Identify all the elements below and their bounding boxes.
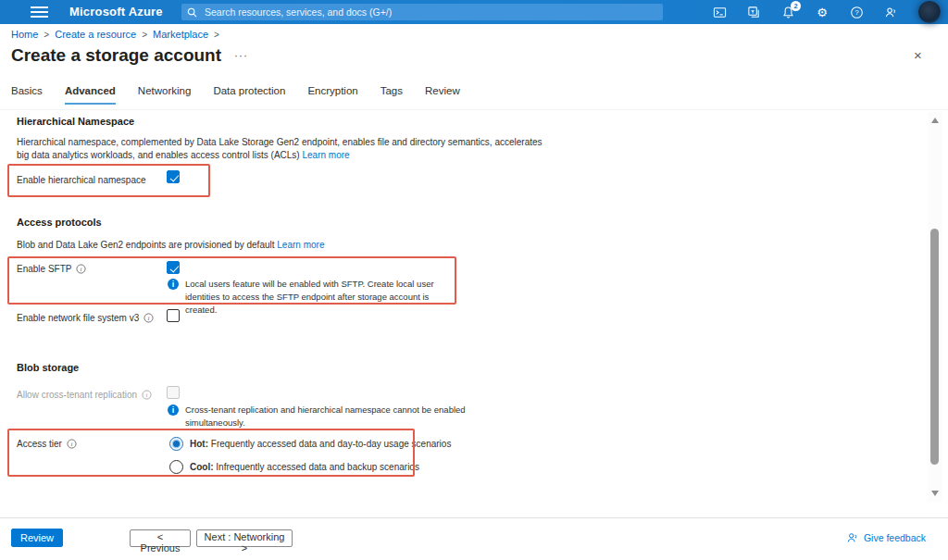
tab-encryption[interactable]: Encryption [307,85,357,105]
tab-data-protection[interactable]: Data protection [213,85,285,105]
radio-label: Cool: Infrequently accessed data and bac… [190,462,419,472]
directory-filter-icon[interactable] [746,5,761,19]
access-tier-option-hot[interactable]: Hot: Frequently accessed data and day-to… [169,437,451,451]
radio-selected-icon[interactable] [169,437,183,451]
description-text: Hierarchical namespace, complemented by … [17,137,543,160]
allow-cross-tenant-replication-label: Allow cross-tenant replication i [17,390,152,400]
brand-title[interactable]: Microsoft Azure [69,5,163,19]
breadcrumb-separator: > [214,30,219,40]
help-icon[interactable]: ? [849,5,864,19]
radio-unselected-icon[interactable] [169,460,183,474]
access-protocols-description: Blob and Data Lake Gen2 endpoints are pr… [17,239,554,252]
close-icon[interactable]: × [914,48,922,62]
learn-more-link[interactable]: Learn more [302,150,349,160]
tab-advanced[interactable]: Advanced [65,85,116,105]
wizard-footer: Review < Previous Next : Networking > Gi… [0,517,948,560]
feedback-label: Give feedback [864,532,926,543]
cross-tenant-info-message: i Cross-tenant replication and hierarchi… [168,404,477,429]
form-scroll-area: Hierarchical Namespace Hierarchical name… [0,109,948,504]
notifications-bell-icon[interactable]: 2 [780,5,795,19]
give-feedback-link[interactable]: Give feedback [846,531,926,544]
overflow-menu-icon[interactable]: ··· [234,49,248,62]
section-heading-hierarchical-namespace: Hierarchical Namespace [17,116,134,127]
azure-top-bar: Microsoft Azure 2 ⚙ ? [0,0,948,24]
info-message-text: Local users feature will be enabled with… [185,278,463,317]
enable-hierarchical-namespace-label: Enable hierarchical namespace [17,175,146,185]
tab-networking[interactable]: Networking [138,85,192,105]
description-text: Blob and Data Lake Gen2 endpoints are pr… [17,240,275,250]
wizard-tabs: Basics Advanced Networking Data protecti… [11,85,460,105]
vertical-scrollbar[interactable] [928,112,942,502]
enable-sftp-checkbox[interactable] [167,261,180,274]
info-icon[interactable]: i [67,439,77,449]
svg-text:i: i [70,441,72,447]
next-networking-button[interactable]: Next : Networking > [196,529,293,547]
search-icon [187,7,197,18]
breadcrumb-marketplace[interactable]: Marketplace [153,29,208,40]
enable-sftp-label: Enable SFTP i [17,264,86,274]
svg-text:i: i [81,266,82,272]
scroll-up-arrow[interactable] [931,118,939,123]
svg-text:i: i [148,315,150,321]
notification-count-badge: 2 [791,1,801,11]
search-input[interactable] [203,6,657,19]
enable-nfs-v3-checkbox[interactable] [167,309,180,322]
info-filled-icon: i [168,279,179,290]
info-message-text: Cross-tenant replication and hierarchica… [185,404,477,429]
breadcrumb: Home > Create a resource > Marketplace > [11,29,219,40]
scrollbar-thumb[interactable] [930,229,939,465]
enable-hierarchical-namespace-checkbox[interactable] [167,170,180,183]
review-button[interactable]: Review [11,529,63,547]
feedback-icon[interactable] [883,5,898,19]
learn-more-link[interactable]: Learn more [277,240,324,250]
svg-text:i: i [146,392,148,398]
global-search[interactable] [181,4,663,20]
scroll-down-arrow[interactable] [931,491,939,496]
info-filled-icon: i [168,404,179,416]
access-tier-label: Access tier i [17,439,77,449]
section-heading-blob-storage: Blob storage [17,362,79,373]
tab-review[interactable]: Review [425,85,460,105]
user-avatar[interactable] [918,1,941,23]
page-title: Create a storage account [11,45,221,66]
svg-text:?: ? [854,8,859,17]
info-icon[interactable]: i [143,313,154,323]
sftp-info-message: i Local users feature will be enabled wi… [168,278,463,317]
radio-label: Hot: Frequently accessed data and day-to… [190,439,451,449]
settings-gear-icon[interactable]: ⚙ [815,5,830,19]
tab-basics[interactable]: Basics [11,85,43,105]
feedback-icon [846,531,859,544]
breadcrumb-separator: > [142,30,147,40]
hamburger-menu-icon[interactable] [31,6,48,18]
section-heading-access-protocols: Access protocols [17,217,102,228]
info-icon[interactable]: i [142,390,152,400]
enable-nfs-v3-label: Enable network file system v3 i [17,313,154,323]
previous-button[interactable]: < Previous [130,529,191,547]
access-tier-option-cool[interactable]: Cool: Infrequently accessed data and bac… [169,460,419,474]
info-icon[interactable]: i [76,264,86,274]
tab-tags[interactable]: Tags [380,85,403,105]
breadcrumb-create-a-resource[interactable]: Create a resource [55,29,136,40]
hierarchical-namespace-description: Hierarchical namespace, complemented by … [17,136,554,162]
allow-cross-tenant-replication-checkbox [167,386,180,399]
cloud-shell-icon[interactable] [712,5,727,19]
breadcrumb-home[interactable]: Home [11,29,38,40]
breadcrumb-separator: > [44,30,49,40]
